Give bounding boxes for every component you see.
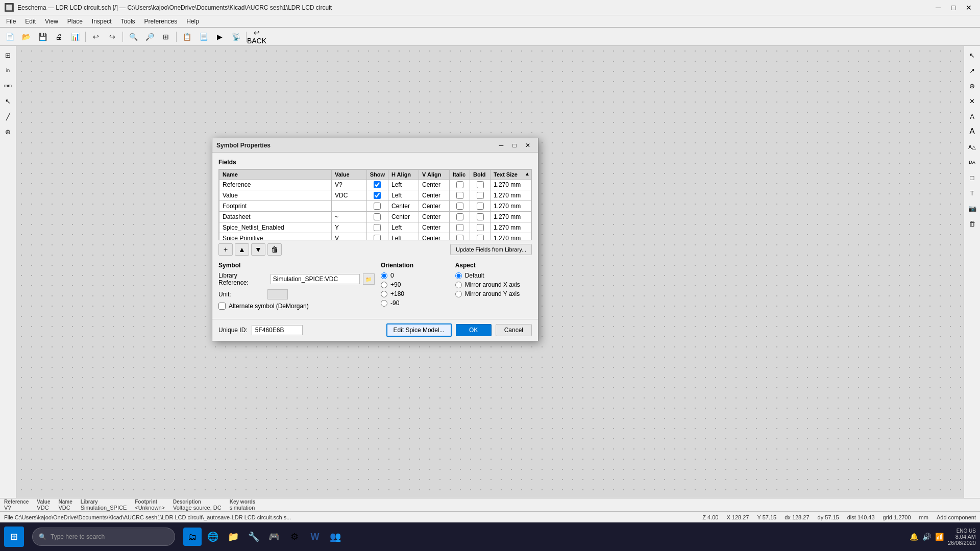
menu-edit[interactable]: Edit bbox=[21, 17, 40, 26]
cursor-btn[interactable]: ↖ bbox=[1, 94, 15, 108]
menu-file[interactable]: File bbox=[2, 17, 20, 26]
unique-id-input[interactable] bbox=[252, 325, 303, 335]
alternate-symbol-checkbox[interactable] bbox=[218, 303, 226, 310]
table-row[interactable]: Datasheet ~ Center Center 1.270 mm bbox=[219, 212, 531, 222]
taskbar-icon-steam[interactable]: 🎮 bbox=[265, 528, 283, 546]
field-italic[interactable] bbox=[450, 190, 470, 201]
aspect-mirror-x-radio[interactable] bbox=[455, 282, 462, 288]
field-value[interactable]: V bbox=[331, 233, 366, 241]
aspect-mirror-y[interactable]: Mirror around Y axis bbox=[455, 290, 532, 297]
undo-btn[interactable]: ↩ bbox=[88, 30, 104, 44]
menu-help[interactable]: Help bbox=[182, 17, 203, 26]
table-wrapper[interactable]: Name Value Show H Align V Align Italic B… bbox=[218, 169, 532, 240]
print-btn[interactable]: 🖨 bbox=[51, 30, 66, 44]
move-down-btn[interactable]: ▼ bbox=[251, 243, 265, 256]
taskbar-icon-word[interactable]: W bbox=[306, 528, 324, 546]
trash-btn[interactable]: 🗑 bbox=[965, 216, 979, 231]
field-value[interactable] bbox=[331, 201, 366, 212]
col-header-valign[interactable]: V Align bbox=[419, 170, 450, 180]
col-header-textsize[interactable]: Text Size ▲ bbox=[491, 170, 531, 180]
taskbar-icon-files[interactable]: 📁 bbox=[224, 528, 242, 546]
add-field-btn[interactable]: + bbox=[218, 243, 233, 256]
field-italic[interactable] bbox=[450, 201, 470, 212]
netlist-btn[interactable]: 📋 bbox=[179, 30, 194, 44]
pin-btn[interactable]: ✕ bbox=[965, 94, 979, 108]
zoom-in-btn[interactable]: 🔍 bbox=[126, 30, 141, 44]
field-value[interactable]: VDC bbox=[331, 190, 366, 201]
field-bold[interactable] bbox=[470, 190, 491, 201]
col-header-italic[interactable]: Italic bbox=[450, 170, 470, 180]
field-bold[interactable] bbox=[470, 180, 491, 190]
mm-btn[interactable]: mm bbox=[1, 79, 15, 93]
rect-btn[interactable]: □ bbox=[965, 170, 979, 185]
component-btn[interactable]: ⊕ bbox=[1, 124, 15, 139]
menu-view[interactable]: View bbox=[41, 17, 62, 26]
taskbar-vol-icon[interactable]: 🔊 bbox=[922, 533, 931, 541]
redo-btn[interactable]: ↪ bbox=[105, 30, 120, 44]
browse-library-btn[interactable]: 📁 bbox=[363, 273, 375, 285]
taskbar-search[interactable]: 🔍 Type here to search bbox=[32, 528, 175, 546]
col-header-value[interactable]: Value bbox=[331, 170, 366, 180]
aspect-mirror-x[interactable]: Mirror around X axis bbox=[455, 281, 532, 288]
zoom-fit-btn[interactable]: ⊞ bbox=[158, 30, 174, 44]
taskbar-icon-edge[interactable]: 🌐 bbox=[204, 528, 222, 546]
field-show[interactable] bbox=[366, 190, 388, 201]
field-italic[interactable] bbox=[450, 233, 470, 241]
orientation-0[interactable]: 0 bbox=[381, 272, 449, 279]
orientation-90[interactable]: +90 bbox=[381, 281, 449, 288]
field-bold[interactable] bbox=[470, 201, 491, 212]
field-value[interactable]: Y bbox=[331, 222, 366, 233]
edit-spice-model-btn[interactable]: Edit Spice Model... bbox=[386, 323, 452, 337]
inch-btn[interactable]: in bbox=[1, 63, 15, 78]
delete-field-btn[interactable]: 🗑 bbox=[267, 243, 282, 256]
unit-input[interactable] bbox=[267, 289, 288, 299]
da-btn[interactable]: DA bbox=[965, 155, 979, 169]
table-row[interactable]: Footprint Center Center 1.270 mm bbox=[219, 201, 531, 212]
taskbar-datetime[interactable]: ENG US 8:04 AM 26/08/2020 bbox=[948, 528, 976, 546]
grid-btn[interactable]: ⊞ bbox=[1, 48, 15, 62]
new-btn[interactable]: 📄 bbox=[2, 30, 17, 44]
menu-tools[interactable]: Tools bbox=[117, 17, 139, 26]
back-btn[interactable]: ↩ BACK bbox=[249, 30, 264, 44]
plot-btn[interactable]: 📊 bbox=[67, 30, 83, 44]
dialog-maximize-btn[interactable]: □ bbox=[508, 140, 521, 151]
simulate-btn[interactable]: 📡 bbox=[228, 30, 243, 44]
camera-btn[interactable]: 📷 bbox=[965, 201, 979, 215]
menu-place[interactable]: Place bbox=[63, 17, 87, 26]
taskbar-icon-teams[interactable]: 👥 bbox=[326, 528, 345, 546]
table-row[interactable]: Spice Primitive V Left Center 1.270 mm bbox=[219, 233, 531, 241]
col-header-bold[interactable]: Bold bbox=[470, 170, 491, 180]
col-header-show[interactable]: Show bbox=[366, 170, 388, 180]
zoom-area-btn[interactable]: ⊕ bbox=[965, 79, 979, 93]
col-header-name[interactable]: Name bbox=[219, 170, 332, 180]
field-show[interactable] bbox=[366, 201, 388, 212]
table-row[interactable]: Spice_Netlist_Enabled Y Left Center 1.27… bbox=[219, 222, 531, 233]
start-button[interactable]: ⊞ bbox=[4, 527, 24, 547]
field-value[interactable]: ~ bbox=[331, 212, 366, 222]
ok-btn[interactable]: OK bbox=[456, 324, 492, 336]
aspect-default[interactable]: Default bbox=[455, 272, 532, 279]
field-bold[interactable] bbox=[470, 212, 491, 222]
edit-btn[interactable]: A△ bbox=[965, 140, 979, 154]
field-italic[interactable] bbox=[450, 180, 470, 190]
field-value[interactable]: V? bbox=[331, 180, 366, 190]
menu-inspect[interactable]: Inspect bbox=[88, 17, 116, 26]
minimize-button[interactable]: ─ bbox=[931, 1, 945, 15]
orientation-0-radio[interactable] bbox=[381, 272, 387, 279]
open-btn[interactable]: 📂 bbox=[18, 30, 34, 44]
field-italic[interactable] bbox=[450, 212, 470, 222]
field-italic[interactable] bbox=[450, 222, 470, 233]
orientation-neg90[interactable]: -90 bbox=[381, 299, 449, 307]
taskbar-notify-icon[interactable]: 🔔 bbox=[910, 533, 918, 541]
field-show[interactable] bbox=[366, 233, 388, 241]
save-btn[interactable]: 💾 bbox=[35, 30, 50, 44]
taskbar-network-icon[interactable]: 📶 bbox=[935, 533, 944, 541]
taskbar-icon-kicad[interactable]: 🔧 bbox=[244, 528, 263, 546]
aspect-mirror-y-radio[interactable] bbox=[455, 291, 462, 297]
select2-btn[interactable]: ↗ bbox=[965, 63, 979, 78]
textlarge-btn[interactable]: A bbox=[965, 124, 979, 139]
field-show[interactable] bbox=[366, 212, 388, 222]
text-btn[interactable]: A bbox=[965, 109, 979, 123]
orientation-180[interactable]: +180 bbox=[381, 290, 449, 297]
table-row[interactable]: Value VDC Left Center 1.270 mm bbox=[219, 190, 531, 201]
